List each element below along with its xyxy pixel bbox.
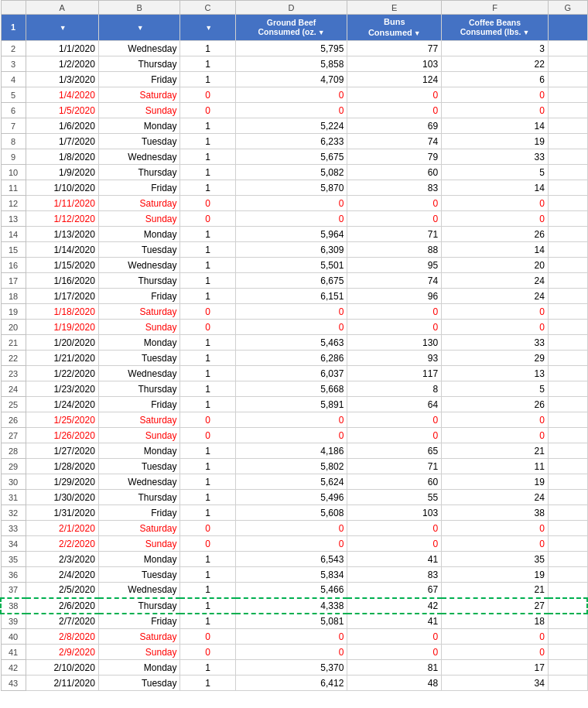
table-row[interactable]: 91/8/2020Wednesday15,6757933 xyxy=(1,149,587,165)
cell-buns[interactable]: 48 xyxy=(347,676,442,691)
cell-buns[interactable]: 0 xyxy=(347,521,442,536)
cell-coffee[interactable]: 35 xyxy=(442,552,549,567)
cell-buns[interactable]: 0 xyxy=(347,645,442,660)
cell-ground-beef[interactable]: 0 xyxy=(235,629,347,645)
table-row[interactable]: 201/19/2020Sunday0000 xyxy=(1,320,587,335)
cell-coffee[interactable]: 0 xyxy=(442,103,549,118)
cell-day[interactable]: Monday xyxy=(98,227,180,242)
cell-date[interactable]: 1/29/2020 xyxy=(26,474,98,490)
cell-date[interactable]: 1/24/2020 xyxy=(26,397,98,412)
cell-open[interactable]: 0 xyxy=(180,196,235,211)
cell-buns[interactable]: 74 xyxy=(347,273,442,289)
cell-date[interactable]: 1/5/2020 xyxy=(26,103,98,118)
cell-date[interactable]: 1/31/2020 xyxy=(26,505,98,521)
table-row[interactable]: 281/27/2020Monday14,1866521 xyxy=(1,443,587,459)
table-row[interactable]: 31/2/2020Thursday15,85810322 xyxy=(1,56,587,72)
cell-open[interactable]: 1 xyxy=(180,273,235,289)
cell-day[interactable]: Tuesday xyxy=(98,676,180,691)
cell-coffee[interactable]: 27 xyxy=(442,598,549,614)
cell-open[interactable]: 0 xyxy=(180,428,235,443)
cell-open[interactable]: 1 xyxy=(180,660,235,676)
cell-date[interactable]: 1/20/2020 xyxy=(26,335,98,351)
header-ground-beef[interactable]: Ground BeefConsumed (oz.▼ xyxy=(235,15,347,41)
cell-day[interactable]: Friday xyxy=(98,180,180,196)
cell-open[interactable]: 1 xyxy=(180,490,235,505)
col-letter-a[interactable]: A xyxy=(26,1,98,15)
cell-open[interactable]: 0 xyxy=(180,521,235,536)
cell-buns[interactable]: 0 xyxy=(347,629,442,645)
cell-buns[interactable]: 0 xyxy=(347,320,442,335)
cell-date[interactable]: 1/30/2020 xyxy=(26,490,98,505)
cell-date[interactable]: 1/17/2020 xyxy=(26,289,98,304)
cell-coffee[interactable]: 6 xyxy=(442,72,549,87)
table-row[interactable]: 342/2/2020Sunday0000 xyxy=(1,536,587,552)
cell-date[interactable]: 1/9/2020 xyxy=(26,165,98,180)
cell-date[interactable]: 1/13/2020 xyxy=(26,227,98,242)
cell-open[interactable]: 1 xyxy=(180,227,235,242)
cell-coffee[interactable]: 0 xyxy=(442,412,549,428)
cell-day[interactable]: Wednesday xyxy=(98,583,180,598)
cell-ground-beef[interactable]: 0 xyxy=(235,87,347,103)
cell-buns[interactable]: 74 xyxy=(347,134,442,149)
cell-buns[interactable]: 88 xyxy=(347,242,442,258)
cell-coffee[interactable]: 19 xyxy=(442,134,549,149)
cell-ground-beef[interactable]: 5,501 xyxy=(235,258,347,273)
cell-open[interactable]: 1 xyxy=(180,335,235,351)
cell-open[interactable]: 1 xyxy=(180,474,235,490)
cell-ground-beef[interactable]: 5,463 xyxy=(235,335,347,351)
cell-date[interactable]: 2/4/2020 xyxy=(26,567,98,583)
cell-coffee[interactable]: 29 xyxy=(442,351,549,366)
cell-ground-beef[interactable]: 6,151 xyxy=(235,289,347,304)
header-day[interactable]: ▼ xyxy=(98,15,180,41)
table-row[interactable]: 432/11/2020Tuesday16,4124834 xyxy=(1,676,587,691)
cell-open[interactable]: 1 xyxy=(180,165,235,180)
cell-day[interactable]: Sunday xyxy=(98,536,180,552)
cell-ground-beef[interactable]: 5,858 xyxy=(235,56,347,72)
cell-buns[interactable]: 60 xyxy=(347,474,442,490)
cell-coffee[interactable]: 17 xyxy=(442,660,549,676)
cell-buns[interactable]: 0 xyxy=(347,412,442,428)
cell-buns[interactable]: 96 xyxy=(347,289,442,304)
cell-ground-beef[interactable]: 6,233 xyxy=(235,134,347,149)
col-letter-g[interactable]: G xyxy=(548,1,587,15)
cell-open[interactable]: 1 xyxy=(180,134,235,149)
cell-day[interactable]: Saturday xyxy=(98,304,180,320)
cell-buns[interactable]: 124 xyxy=(347,72,442,87)
cell-day[interactable]: Saturday xyxy=(98,87,180,103)
cell-coffee[interactable]: 13 xyxy=(442,366,549,381)
cell-buns[interactable]: 79 xyxy=(347,149,442,165)
cell-coffee[interactable]: 20 xyxy=(442,258,549,273)
cell-day[interactable]: Sunday xyxy=(98,428,180,443)
cell-ground-beef[interactable]: 0 xyxy=(235,521,347,536)
cell-buns[interactable]: 130 xyxy=(347,335,442,351)
cell-coffee[interactable]: 38 xyxy=(442,505,549,521)
cell-day[interactable]: Wednesday xyxy=(98,474,180,490)
cell-ground-beef[interactable]: 5,624 xyxy=(235,474,347,490)
cell-ground-beef[interactable]: 5,834 xyxy=(235,567,347,583)
header-open[interactable]: ▼ xyxy=(180,15,235,41)
cell-coffee[interactable]: 33 xyxy=(442,335,549,351)
cell-day[interactable]: Thursday xyxy=(98,56,180,72)
cell-open[interactable]: 1 xyxy=(180,459,235,474)
cell-day[interactable]: Friday xyxy=(98,72,180,87)
cell-open[interactable]: 1 xyxy=(180,258,235,273)
cell-day[interactable]: Tuesday xyxy=(98,134,180,149)
cell-date[interactable]: 2/1/2020 xyxy=(26,521,98,536)
cell-date[interactable]: 2/3/2020 xyxy=(26,552,98,567)
cell-coffee[interactable]: 19 xyxy=(442,474,549,490)
cell-buns[interactable]: 42 xyxy=(347,598,442,614)
cell-coffee[interactable]: 18 xyxy=(442,614,549,629)
cell-buns[interactable]: 0 xyxy=(347,87,442,103)
cell-day[interactable]: Monday xyxy=(98,552,180,567)
cell-ground-beef[interactable]: 5,668 xyxy=(235,381,347,397)
table-row[interactable]: 61/5/2020Sunday0000 xyxy=(1,103,587,118)
cell-date[interactable]: 1/22/2020 xyxy=(26,366,98,381)
table-row[interactable]: 111/10/2020Friday15,8708314 xyxy=(1,180,587,196)
table-row[interactable]: 21/1/2020Wednesday15,795773 xyxy=(1,41,587,56)
cell-ground-beef[interactable]: 0 xyxy=(235,412,347,428)
cell-open[interactable]: 1 xyxy=(180,366,235,381)
table-row[interactable]: 261/25/2020Saturday0000 xyxy=(1,412,587,428)
table-row[interactable]: 251/24/2020Friday15,8916426 xyxy=(1,397,587,412)
cell-ground-beef[interactable]: 5,370 xyxy=(235,660,347,676)
cell-day[interactable]: Thursday xyxy=(98,598,180,614)
